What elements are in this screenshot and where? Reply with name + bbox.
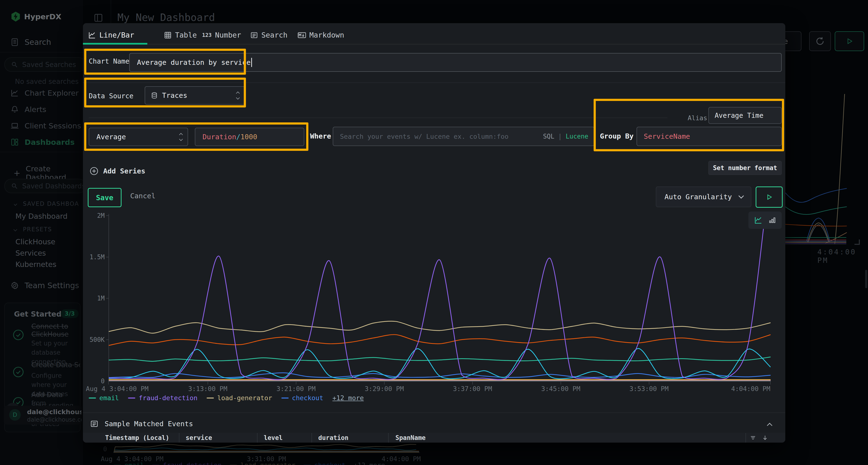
select-chevrons xyxy=(237,92,239,99)
alias-input[interactable]: Average Time xyxy=(708,107,782,124)
y-axis-label: 2M xyxy=(94,212,105,219)
where-label: Where xyxy=(310,132,331,140)
search-list-icon xyxy=(250,31,258,39)
tab-line-bar[interactable]: Line/Bar xyxy=(88,31,134,39)
legend-swatch xyxy=(281,398,289,399)
x-tick xyxy=(384,381,384,385)
where-placeholder: Search your events w/ Lucene ex. column:… xyxy=(340,133,508,140)
tab-number[interactable]: 123 Number xyxy=(202,31,241,39)
play-icon xyxy=(766,194,773,200)
cancel-button[interactable]: Cancel xyxy=(130,192,156,200)
column-separator xyxy=(745,433,746,442)
y-axis-label: 0 xyxy=(94,377,105,385)
table-icon xyxy=(164,31,172,39)
divider xyxy=(83,412,785,413)
bar-chart-toggle-icon[interactable] xyxy=(769,217,776,224)
line-bar-icon xyxy=(88,31,96,39)
lucene-toggle[interactable]: Lucene xyxy=(566,133,588,140)
number-123-icon: 123 xyxy=(202,32,212,38)
y-axis-label: 1.5M xyxy=(86,254,105,261)
line-chart-toggle-icon[interactable] xyxy=(754,216,763,224)
run-query-button[interactable] xyxy=(756,187,783,208)
group-by-label: Group By xyxy=(600,132,633,140)
x-tick xyxy=(296,381,296,385)
x-axis-label: 3:53:00 PM xyxy=(629,385,669,393)
legend-swatch xyxy=(207,398,214,399)
tab-table[interactable]: Table xyxy=(164,31,197,39)
select-chevrons xyxy=(180,133,182,140)
legend-more-link[interactable]: +12 more xyxy=(333,394,364,402)
x-axis-label: 4:04:00 PM xyxy=(731,385,770,393)
database-icon xyxy=(151,92,158,99)
column-settings-icon[interactable] xyxy=(750,435,756,441)
x-axis-label: 3:45:00 PM xyxy=(541,385,580,393)
where-search-input[interactable]: Search your events w/ Lucene ex. column:… xyxy=(333,127,595,146)
list-panel-icon xyxy=(90,420,98,428)
x-axis-label: 3:21:00 PM xyxy=(276,385,316,393)
divider xyxy=(89,118,668,118)
tab-markdown[interactable]: Markdown xyxy=(298,31,344,39)
chart-name-input[interactable]: Average duration by service xyxy=(129,53,782,72)
add-series-button[interactable]: Add Series xyxy=(90,167,145,175)
x-tick xyxy=(649,381,649,385)
x-tick xyxy=(208,381,208,385)
screen: My New Dashboard Save 4:04:00 PM 0 Aug 4… xyxy=(0,0,868,465)
column-separator xyxy=(179,433,179,442)
chart-type-toggle[interactable] xyxy=(748,211,782,229)
chevron-down-icon xyxy=(739,193,744,199)
column-header-level[interactable]: level xyxy=(264,434,283,441)
x-axis-label: Aug 4 3:04:00 PM xyxy=(86,385,149,393)
sort-descending-icon[interactable] xyxy=(762,435,768,441)
column-separator xyxy=(311,433,312,442)
expression-operator: / xyxy=(236,133,240,141)
column-header-duration[interactable]: duration xyxy=(318,434,348,441)
legend-item-fraud-detection[interactable]: fraud-detection xyxy=(128,394,197,402)
chart-editor-modal: Line/Bar Table 123 Number Search Markdow… xyxy=(83,23,785,442)
text-cursor xyxy=(251,58,252,67)
x-tick xyxy=(472,381,473,385)
legend-item-email[interactable]: email xyxy=(89,394,119,402)
column-header-timestamp[interactable]: Timestamp (Local) xyxy=(105,434,169,441)
y-axis-label: 500K xyxy=(86,336,105,343)
alias-label: Alias xyxy=(688,114,707,122)
query-language-toggle[interactable]: SQL | Lucene xyxy=(543,133,588,140)
granularity-select[interactable]: Auto Granularity xyxy=(656,187,751,207)
x-axis-label: 3:13:00 PM xyxy=(188,385,227,393)
chart-legend: email fraud-detection load-generator che… xyxy=(89,394,364,402)
timeseries-chart[interactable] xyxy=(109,215,771,381)
x-tick xyxy=(770,381,771,385)
y-axis-label: 1M xyxy=(94,295,105,302)
sample-events-header[interactable]: Sample Matched Events xyxy=(90,420,193,428)
tab-underline-track xyxy=(83,44,785,44)
collapse-panel-chevron[interactable] xyxy=(767,423,773,428)
divider xyxy=(83,82,785,83)
column-header-service[interactable]: service xyxy=(186,434,212,441)
tab-search[interactable]: Search xyxy=(250,31,287,39)
x-tick xyxy=(561,381,561,385)
legend-swatch xyxy=(128,398,135,399)
x-tick xyxy=(108,381,109,385)
column-header-spanname[interactable]: SpanName xyxy=(396,434,426,441)
sql-toggle[interactable]: SQL xyxy=(543,133,554,140)
column-separator xyxy=(388,433,389,442)
expression-value: 1000 xyxy=(240,133,257,141)
chart-name-label: Chart Name xyxy=(89,57,129,65)
legend-item-checkout[interactable]: checkout xyxy=(281,394,323,402)
markdown-icon xyxy=(298,31,306,39)
events-table-header: Timestamp (Local) service level duration… xyxy=(83,433,785,442)
circle-plus-icon xyxy=(90,167,98,175)
legend-item-load-generator[interactable]: load-generator xyxy=(207,394,272,402)
group-by-input[interactable]: ServiceName xyxy=(637,127,782,146)
save-button[interactable]: Save xyxy=(88,188,122,207)
set-number-format-button[interactable]: Set number format xyxy=(708,161,782,175)
legend-swatch xyxy=(89,398,96,399)
aggregation-select[interactable]: Average xyxy=(89,128,188,146)
column-separator xyxy=(257,433,257,442)
data-source-label: Data Source xyxy=(89,92,133,100)
x-axis-label: 3:37:00 PM xyxy=(453,385,492,393)
expression-input[interactable]: Duration/1000 xyxy=(195,128,304,146)
tab-underline-active xyxy=(83,43,147,44)
x-axis-label: 3:29:00 PM xyxy=(365,385,404,393)
data-source-select[interactable]: Traces xyxy=(145,86,245,105)
expression-field: Duration xyxy=(203,133,236,141)
